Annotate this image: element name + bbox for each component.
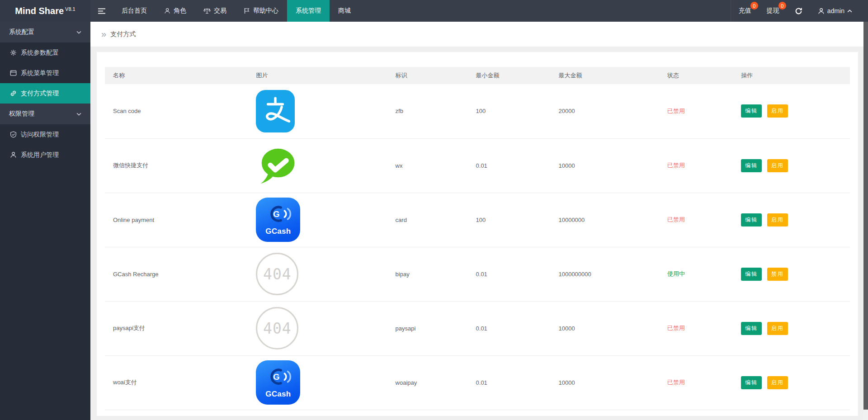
col-header-status: 状态 (659, 67, 733, 84)
recharge-badge: 0 (750, 2, 758, 9)
status-badge: 使用中 (667, 270, 685, 277)
user-menu[interactable]: admin (810, 0, 860, 22)
sidebar-group-system-config[interactable]: 系统配置 (0, 22, 90, 42)
shield-check-icon (10, 131, 17, 138)
withdraw-button[interactable]: 提现 0 (759, 0, 787, 22)
edit-button[interactable]: 编辑 (741, 213, 762, 227)
sidebar-item-system-users[interactable]: 系统用户管理 (0, 145, 90, 165)
scrollbar-thumb[interactable] (863, 22, 868, 410)
sidebar-group-label: 权限管理 (9, 110, 34, 118)
payment-methods-card: 名称 图片 标识 最小金额 最大金额 状态 操作 Scan code (97, 52, 858, 416)
nav-label: 交易 (214, 7, 226, 15)
breadcrumb-chevrons-icon: » (101, 29, 106, 38)
breadcrumb: » 支付方式 (90, 22, 863, 47)
flag-icon (244, 8, 250, 14)
status-badge: 已禁用 (667, 325, 685, 331)
edit-button[interactable]: 编辑 (741, 104, 762, 118)
payment-max: 10000 (550, 301, 659, 355)
topbar: Mind Share V8.1 后台首页 角色 交易 帮助中心 系统管理 商城 … (0, 0, 868, 22)
wechat-pay-logo (256, 145, 301, 186)
sidebar-group-label: 系统配置 (9, 28, 34, 36)
payment-min: 0.01 (468, 247, 551, 301)
payment-max: 10000 (550, 138, 659, 193)
payment-methods-table: 名称 图片 标识 最小金额 最大金额 状态 操作 Scan code (105, 67, 850, 410)
edit-button[interactable]: 编辑 (741, 159, 762, 172)
vertical-scrollbar (863, 22, 868, 420)
payment-min: 0.01 (468, 355, 551, 410)
enable-button[interactable]: 启用 (767, 104, 788, 118)
nav-item-transactions[interactable]: 交易 (195, 0, 235, 22)
sidebar-group-permissions[interactable]: 权限管理 (0, 104, 90, 124)
top-nav: 后台首页 角色 交易 帮助中心 系统管理 商城 (113, 0, 359, 22)
payment-name: woai支付 (105, 355, 248, 410)
payment-max: 10000 (550, 355, 659, 410)
app-logo-version: V8.1 (65, 6, 75, 12)
col-header-image: 图片 (248, 67, 387, 84)
app-logo-title: Mind Share (15, 6, 64, 16)
disable-button[interactable]: 禁用 (767, 268, 788, 281)
col-header-max: 最大金额 (550, 67, 659, 84)
sidebar-item-access-permissions[interactable]: 访问权限管理 (0, 124, 90, 145)
refresh-icon (795, 7, 802, 15)
gcash-mark-icon (258, 203, 298, 226)
username: admin (827, 7, 844, 14)
table-row: paysapi支付 404 paysapi 0.01 10000 已禁用 编辑 … (105, 301, 850, 355)
nav-item-dashboard[interactable]: 后台首页 (113, 0, 156, 22)
payment-min: 0.01 (468, 138, 551, 193)
payment-code: wx (387, 138, 468, 193)
chevron-up-icon (847, 9, 852, 13)
edit-button[interactable]: 编辑 (741, 268, 762, 281)
edit-button[interactable]: 编辑 (741, 376, 762, 389)
enable-button[interactable]: 启用 (767, 213, 788, 227)
status-badge: 已禁用 (667, 379, 685, 386)
nav-label: 商城 (338, 7, 351, 15)
payment-name: Scan code (105, 84, 248, 138)
payment-min: 100 (468, 84, 551, 138)
sidebar-item-system-menu[interactable]: 系统菜单管理 (0, 63, 90, 83)
window-icon (10, 70, 17, 76)
chevron-down-icon (76, 113, 81, 116)
enable-button[interactable]: 启用 (767, 159, 788, 172)
alipay-logo (256, 90, 295, 132)
payment-max: 1000000000 (550, 247, 659, 301)
nav-item-mall[interactable]: 商城 (330, 0, 359, 22)
payment-name: Online payment (105, 193, 248, 247)
sidebar: 系统配置 系统参数配置 系统菜单管理 支付方式管理 权限管理 访问权限管理 系统… (0, 22, 90, 420)
enable-button[interactable]: 启用 (767, 376, 788, 389)
table-row: Online payment GCash card 100 10000000 已… (105, 193, 850, 247)
nav-item-help-center[interactable]: 帮助中心 (235, 0, 287, 22)
withdraw-badge: 0 (778, 2, 786, 9)
gcash-mark-icon (258, 366, 298, 389)
table-row: GCash Recharge 404 bipay 0.01 1000000000… (105, 247, 850, 301)
breadcrumb-current: 支付方式 (110, 30, 136, 38)
recharge-label: 充值 (739, 7, 751, 15)
status-badge: 已禁用 (667, 216, 685, 223)
nav-item-system-management[interactable]: 系统管理 (287, 0, 330, 22)
status-badge: 已禁用 (667, 162, 685, 169)
sidebar-toggle-button[interactable] (90, 0, 113, 22)
refresh-button[interactable] (787, 0, 810, 22)
col-header-name: 名称 (105, 67, 248, 84)
recharge-button[interactable]: 充值 0 (731, 0, 759, 22)
nav-item-roles[interactable]: 角色 (156, 0, 195, 22)
table-row: Scan code zfb 100 20000 已禁用 编辑 启用 (105, 84, 850, 138)
payment-code: zfb (387, 84, 468, 138)
col-header-code: 标识 (387, 67, 468, 84)
enable-button[interactable]: 启用 (767, 322, 788, 335)
nav-label: 帮助中心 (253, 7, 278, 15)
chevron-down-icon (76, 31, 81, 34)
payment-name: paysapi支付 (105, 301, 248, 355)
alipay-glyph-icon (258, 94, 293, 129)
edit-button[interactable]: 编辑 (741, 322, 762, 335)
sidebar-item-system-params[interactable]: 系统参数配置 (0, 42, 90, 63)
topbar-right: 充值 0 提现 0 admin (731, 0, 868, 22)
app-logo: Mind Share V8.1 (0, 0, 90, 22)
sidebar-item-label: 支付方式管理 (21, 90, 59, 98)
link-icon (10, 90, 17, 97)
payment-min: 100 (468, 193, 551, 247)
payment-code: paysapi (387, 301, 468, 355)
person-icon (164, 8, 170, 14)
col-header-actions: 操作 (733, 67, 850, 84)
sidebar-item-payment-methods[interactable]: 支付方式管理 (0, 83, 90, 104)
payment-max: 10000000 (550, 193, 659, 247)
